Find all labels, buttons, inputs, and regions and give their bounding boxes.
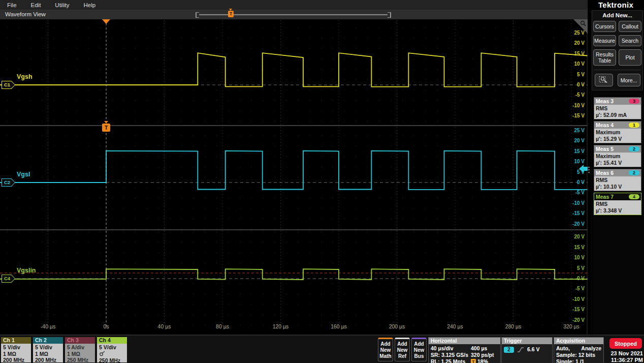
channel-scale: 5 V/div xyxy=(99,344,125,351)
measurement-source-badge: 1 xyxy=(629,123,639,128)
sample-rate: SR: 3.125 GS/s xyxy=(431,352,468,358)
measurement-badge[interactable]: Meas 6 2 RMS µ': 10.10 V xyxy=(594,169,641,191)
horizontal-panel[interactable]: Horizontal 40 µs/div 400 µs SR: 3.125 GS… xyxy=(428,337,501,363)
measurement-badge[interactable]: Meas 5 2 Maximum µ': 15.41 V xyxy=(594,145,641,167)
voltage-tick-label: -5 V xyxy=(563,92,585,98)
measurement-badge[interactable]: Meas 3 3 RMS µ': 52.09 mA xyxy=(594,97,641,119)
measurement-name: Meas 3 xyxy=(596,98,614,105)
add-new-panel: Add New... CursorsCalloutMeasureSearchRe… xyxy=(592,10,643,90)
trigger-panel[interactable]: Trigger 2 6.6 V xyxy=(501,337,553,363)
channel-ref-badge-label: C2 xyxy=(2,179,15,186)
measurement-value: µ': 3.348 V xyxy=(596,207,639,214)
channel-badges: Ch 1 5 V/div 1 MΩ 200 MHz ᴮᵂ Ch 2 5 V/di… xyxy=(1,337,127,362)
time-tick-label: 40 µs xyxy=(150,323,179,329)
trigger-position-badge[interactable]: T xyxy=(102,124,110,132)
menu-utility[interactable]: Utility xyxy=(55,2,69,8)
resolution: 320 ps/pt xyxy=(471,352,494,358)
channel-bandwidth: 250 MHz xyxy=(99,357,120,363)
voltage-tick-label: 10 V xyxy=(563,159,585,164)
channel-coupling: 1 MΩ xyxy=(35,351,48,357)
channel-card-header: Ch 2 xyxy=(33,337,63,344)
voltage-tick-label: -10 V xyxy=(563,200,585,206)
date-text: 23 Nov 2021 xyxy=(606,350,643,357)
measurement-badge[interactable]: Meas 4 1 Maximum µ': 15.29 V xyxy=(594,121,641,143)
channel-ref-badge-label: C4 xyxy=(2,275,15,282)
channel-card-header: Ch 4 xyxy=(97,337,127,344)
channel-card[interactable]: Ch 3 5 A/div 1 MΩ 250 MHz ᴮᵂ xyxy=(65,337,95,362)
more-button[interactable]: More... xyxy=(618,74,640,86)
time-text: 11:36:27 PM xyxy=(606,357,643,363)
trace-label[interactable]: Vgsh xyxy=(17,73,33,80)
menu-help[interactable]: Help xyxy=(83,2,95,8)
measurement-source-badge: 3 xyxy=(629,99,639,104)
channel-card[interactable]: Ch 1 5 V/div 1 MΩ 200 MHz ᴮᵂ xyxy=(1,337,31,362)
waveform-view-tab[interactable]: Waveform View xyxy=(5,11,46,17)
acquisition-single: Single: 1 /1 xyxy=(556,358,584,363)
channel-card[interactable]: Ch 4 5 V/div 250 MHz ᴮᵂ xyxy=(97,337,127,362)
trigger-position-percent: 18% xyxy=(477,358,488,363)
tektronix-logo: Tektronix xyxy=(588,0,644,10)
record-length: RL: 1.25 Mpts xyxy=(431,358,465,363)
voltage-tick-label: -15 V xyxy=(563,210,585,216)
voltage-tick-label: -5 V xyxy=(563,286,585,291)
measurement-function: RMS xyxy=(596,105,639,112)
sidebar-add-button[interactable]: Measure xyxy=(593,35,616,46)
record-trigger-marker-icon[interactable]: T xyxy=(228,11,234,17)
sidebar-add-button[interactable]: Callout xyxy=(619,21,641,32)
voltage-tick-label: 5 V xyxy=(563,72,585,77)
record-position-bar[interactable]: T xyxy=(196,12,391,17)
run-stop-button[interactable]: Stopped xyxy=(609,338,642,349)
horizontal-scale: 40 µs/div xyxy=(431,345,454,352)
add-new-button[interactable]: AddNewBus xyxy=(411,338,427,361)
measurement-function: RMS xyxy=(596,177,639,184)
acquisition-sample: Sample: 12 bits xyxy=(556,352,595,358)
trace-label[interactable]: Vgsl xyxy=(17,171,30,178)
acquisition-analyze[interactable]: Analyze xyxy=(581,345,601,352)
menu-bar: File Edit Utility Help xyxy=(0,0,588,10)
measurement-list: Meas 3 3 RMS µ': 52.09 mA Meas 4 1 Maxim… xyxy=(594,97,642,215)
waveform-svg xyxy=(0,19,588,335)
voltage-tick-label: -15 V xyxy=(563,307,585,312)
trigger-position-icon: T xyxy=(471,359,476,363)
trace-label[interactable]: Vgslin xyxy=(17,267,36,274)
menu-file[interactable]: File xyxy=(7,2,17,8)
sidebar-add-button[interactable]: Cursors xyxy=(593,21,616,32)
zoom-select-icon xyxy=(599,76,608,83)
sidebar-add-button[interactable]: Plot xyxy=(619,49,641,66)
menu-edit[interactable]: Edit xyxy=(31,2,41,8)
channel-card-header: Ch 1 xyxy=(1,337,31,344)
time-tick-label: 240 µs xyxy=(441,323,469,329)
zoom-tool-button[interactable] xyxy=(595,74,613,86)
trigger-level: 6.6 V xyxy=(527,346,540,353)
voltage-tick-label: 0 V xyxy=(563,276,585,281)
time-tick-label: 320 µs xyxy=(557,323,586,329)
measurement-value: µ': 52.09 mA xyxy=(596,112,639,118)
horizontal-window: 400 µs xyxy=(471,345,487,352)
waveform-area[interactable]: T -40 µs0s40 µs80 µs120 µs160 µs200 µs24… xyxy=(0,19,588,335)
time-tick-label: 160 µs xyxy=(325,323,353,329)
channel-scale: 5 A/div xyxy=(67,344,93,351)
voltage-tick-label: 20 V xyxy=(563,234,585,239)
sidebar-add-button[interactable]: Search xyxy=(619,35,641,46)
measurement-name: Meas 7 xyxy=(596,193,614,200)
add-new-buttons: AddNewMathAddNewRefAddNewBus xyxy=(378,338,427,361)
acquisition-panel[interactable]: Acquisition Auto, Analyze Sample: 12 bit… xyxy=(554,337,604,363)
time-tick-label: 0s xyxy=(92,323,120,329)
voltage-tick-label: 15 V xyxy=(563,245,585,250)
channel-coupling: 1 MΩ xyxy=(3,351,16,357)
channel-coupling: 1 MΩ xyxy=(67,351,80,357)
channel-card[interactable]: Ch 2 5 V/div 1 MΩ 200 MHz ᴮᵂ xyxy=(33,337,63,362)
record-bracket-right-icon xyxy=(388,12,391,18)
add-new-button[interactable]: AddNewRef xyxy=(395,338,410,361)
panel-drag-handle[interactable] xyxy=(588,165,590,174)
bottom-bar: Ch 1 5 V/div 1 MΩ 200 MHz ᴮᵂ Ch 2 5 V/di… xyxy=(0,335,644,363)
channel-bandwidth: 250 MHz xyxy=(67,357,88,363)
horizontal-panel-title: Horizontal xyxy=(429,338,500,344)
measurement-source-badge: 2 xyxy=(629,146,639,152)
measurement-value: µ': 15.29 V xyxy=(596,136,639,142)
measurement-badge[interactable]: Meas 7 4 RMS µ': 3.348 V xyxy=(594,193,641,215)
add-new-button[interactable]: AddNewMath xyxy=(378,338,393,361)
measurement-value: µ': 15.41 V xyxy=(596,160,639,166)
sidebar-add-button[interactable]: Results Table xyxy=(593,49,616,66)
right-sidebar: Add New... CursorsCalloutMeasureSearchRe… xyxy=(591,10,644,335)
